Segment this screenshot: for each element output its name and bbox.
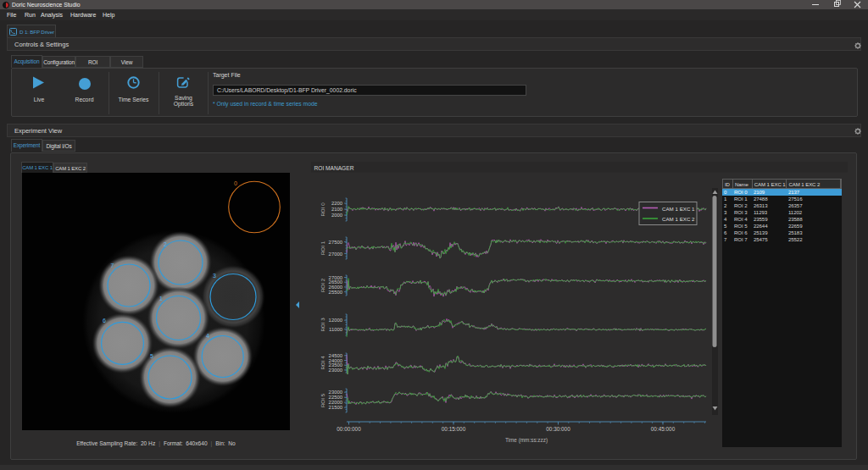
svg-text:ROI 0: ROI 0 <box>320 202 326 217</box>
svg-text:27500: 27500 <box>329 240 343 245</box>
svg-text:Time (mm:ss:zzz): Time (mm:ss:zzz) <box>505 437 548 444</box>
svg-text:0: 0 <box>234 180 237 186</box>
svg-text:CAM 1 EXC 1: CAM 1 EXC 1 <box>662 206 695 212</box>
svg-text:4: 4 <box>206 333 209 339</box>
svg-text:00:00:000: 00:00:000 <box>337 426 361 432</box>
svg-text:00:45:000: 00:45:000 <box>651 426 676 432</box>
svg-text:ROI 1: ROI 1 <box>320 241 326 255</box>
svg-text:ROI MANAGER: ROI MANAGER <box>314 165 354 171</box>
svg-text:00:30:000: 00:30:000 <box>546 426 570 432</box>
svg-text:5: 5 <box>150 353 153 359</box>
svg-text:ROI 2: ROI 2 <box>320 278 326 292</box>
svg-text:ROI 3: ROI 3 <box>320 318 326 332</box>
svg-text:7: 7 <box>111 263 114 268</box>
svg-text:1: 1 <box>159 296 163 301</box>
svg-text:11000: 11000 <box>329 327 343 332</box>
svg-text:23000: 23000 <box>329 368 343 373</box>
svg-text:2: 2 <box>164 241 167 247</box>
svg-text:ROI 5: ROI 5 <box>320 393 326 407</box>
svg-text:6: 6 <box>103 318 106 323</box>
svg-text:00:15:000: 00:15:000 <box>442 426 466 432</box>
svg-text:2000: 2000 <box>331 213 343 218</box>
svg-text:21500: 21500 <box>329 405 343 410</box>
svg-text:27000: 27000 <box>329 252 343 257</box>
svg-text:25500: 25500 <box>329 290 343 295</box>
svg-text:3: 3 <box>213 273 216 279</box>
svg-text:2100: 2100 <box>331 207 343 212</box>
svg-text:12000: 12000 <box>329 318 343 323</box>
svg-text:ROI 4: ROI 4 <box>320 356 326 370</box>
svg-text:CAM 1 EXC 2: CAM 1 EXC 2 <box>662 216 695 222</box>
svg-text:2200: 2200 <box>331 201 343 206</box>
